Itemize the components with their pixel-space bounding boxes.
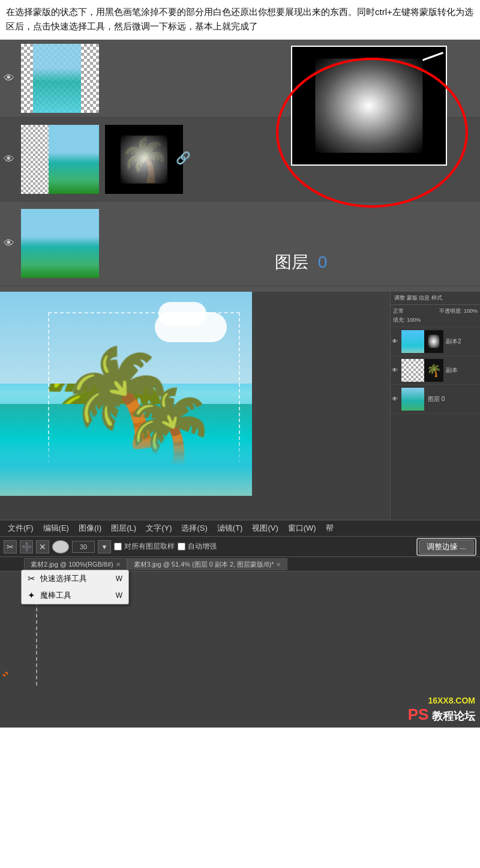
brush-size-input[interactable]: 30: [72, 541, 95, 553]
palm-canvas: 🌴 🌴: [0, 292, 252, 496]
tab2-close[interactable]: ✕: [276, 561, 281, 568]
mini-beach-thumb-3: [401, 388, 424, 411]
mini-mask-1: [424, 330, 443, 353]
panel-header: 调整 蒙版 信息 样式: [391, 292, 480, 305]
layer-eye-2[interactable]: 👁: [0, 153, 18, 166]
layer-row-3[interactable]: 👁: [0, 202, 480, 286]
mini-palm-thumb-1: [401, 330, 424, 353]
instruction-content: 在选择蒙版的状态下，用黑色画笔涂掉不要的部分用白色还原出你想要展现出来的东西。同…: [6, 7, 473, 31]
brush-size-dropdown[interactable]: ▼: [98, 540, 111, 553]
mini-layer-3[interactable]: 👁 图层 0: [391, 385, 480, 414]
ps-bottom-section: ↖ ✂ ⬛ 💉 🩹 🖌 📋 ⬜ ▣ ○ ✂ 快速选择工具 W ✦ 魔棒工: [0, 571, 480, 728]
mini-layer-1[interactable]: 👁 副本2: [391, 327, 480, 356]
auto-enhance-checkbox[interactable]: [178, 543, 185, 550]
mini-beach-thumb-2: [401, 359, 424, 382]
mini-layer-1-label: 副本2: [446, 337, 461, 346]
layer-thumb-full-beach: [21, 209, 99, 278]
tab1-close[interactable]: ✕: [116, 561, 121, 568]
watermark-brand: PS 教程论坛: [408, 705, 475, 724]
auto-enhance-text: 自动增强: [188, 541, 217, 552]
toolbar: ✂ ➕ ✕ 30 ▼ 对所有图层取样 自动增强 调整边缘 ...: [0, 537, 480, 557]
big-mask-display: 🌴: [291, 46, 447, 166]
opacity-label: 不透明度: 100%: [439, 307, 478, 315]
menu-layer[interactable]: 图层(L): [106, 522, 141, 535]
quick-select-item[interactable]: ✂ 快速选择工具 W: [22, 570, 128, 587]
layer-number: 0: [318, 253, 328, 271]
mini-mask-2: 🌴: [424, 359, 443, 382]
menu-file[interactable]: 文件(F): [3, 522, 38, 535]
quick-select-label: 快速选择工具: [40, 573, 87, 584]
tool-subtract-icon[interactable]: ✕: [36, 540, 49, 553]
selection-line: [36, 595, 37, 686]
tab-material2[interactable]: 素材2.jpg @ 100%(RGB/8#) ✕: [24, 558, 127, 570]
tool-add-icon[interactable]: ➕: [20, 540, 33, 553]
adjust-btn-wrapper: 调整边缘 ...: [416, 538, 476, 556]
menu-image[interactable]: 图像(I): [74, 522, 106, 535]
blend-mode-row[interactable]: 正常 不透明度: 100% 填充: 100%: [391, 305, 480, 327]
sample-all-text: 对所有图层取样: [124, 541, 175, 552]
brush-size-circle: [52, 540, 69, 553]
mini-layer-2-label: 副本: [446, 366, 458, 375]
blend-mode-label: 正常: [393, 307, 404, 315]
layer-thumb-beach: [21, 125, 99, 194]
layer-label-text: 图层: [275, 253, 308, 271]
link-icon: 🔗: [176, 151, 191, 165]
layer-mask-thumb: 🌴: [105, 125, 183, 194]
watermark: 16XX8.COM PS 教程论坛: [408, 696, 475, 724]
watermark-rest: 教程论坛: [432, 710, 475, 722]
menu-edit[interactable]: 编辑(E): [38, 522, 74, 535]
menu-view[interactable]: 视图(V): [247, 522, 283, 535]
magic-wand-key: W: [116, 591, 122, 600]
tab1-label: 素材2.jpg @ 100%(RGB/8#): [31, 560, 113, 569]
menu-select[interactable]: 选择(S): [176, 522, 212, 535]
tool-popup-wrapper: ✂ 快速选择工具 W ✦ 魔棒工具 W: [3, 672, 8, 677]
magic-wand-icon: ✦: [28, 590, 35, 601]
panel-header-text: 调整 蒙版 信息 样式: [394, 294, 442, 302]
quick-select-icon: ✂: [28, 573, 35, 584]
auto-enhance-label: 自动增强: [178, 541, 217, 552]
menu-help[interactable]: 帮: [321, 522, 338, 535]
layers-panel-section: 👁 👁 🌴 👁: [0, 40, 480, 292]
quick-select-key: W: [116, 574, 122, 583]
magic-wand-item[interactable]: ✦ 魔棒工具 W: [22, 587, 128, 604]
watermark-ps: PS: [408, 705, 429, 723]
tool-popup-border: ✂ 快速选择工具 W ✦ 魔棒工具 W: [3, 672, 8, 677]
layer-eye-3[interactable]: 👁: [0, 237, 18, 250]
magic-wand-label: 魔棒工具: [40, 590, 71, 601]
menubar: 文件(F) 编辑(E) 图像(I) 图层(L) 文字(Y) 选择(S) 滤镜(T…: [0, 520, 480, 537]
menu-filter[interactable]: 滤镜(T): [212, 522, 248, 535]
sample-all-checkbox[interactable]: [114, 543, 122, 550]
tab2-label: 素材3.jpg @ 51.4% (图层 0 副本 2, 图层蒙版/8)*: [134, 560, 274, 569]
menu-window[interactable]: 窗口(W): [283, 522, 321, 535]
layer-eye-1[interactable]: 👁: [0, 72, 18, 85]
tool-popup: ✂ 快速选择工具 W ✦ 魔棒工具 W: [21, 570, 129, 604]
mini-layer-3-label: 图层 0: [428, 395, 445, 403]
tool-brush-icon[interactable]: ✂: [4, 540, 17, 553]
sample-all-label: 对所有图层取样: [114, 541, 175, 552]
adjust-edges-button[interactable]: 调整边缘 ...: [419, 540, 474, 554]
instruction-text: 在选择蒙版的状态下，用黑色画笔涂掉不要的部分用白色还原出你想要展现出来的东西。同…: [0, 0, 480, 40]
layer-label: 图层 0: [270, 251, 327, 274]
watermark-url: 16XX8.COM: [408, 696, 475, 705]
tab-material3[interactable]: 素材3.jpg @ 51.4% (图层 0 副本 2, 图层蒙版/8)* ✕: [127, 558, 288, 570]
mini-layer-2[interactable]: 👁 🌴 副本: [391, 356, 480, 385]
layer-thumb-transparent: [21, 44, 99, 113]
ps-main-section: 🌴 🌴 调整 蒙版 信息 样式 正常 不透明度: 100% 填充: 100% 👁…: [0, 292, 480, 520]
menu-text[interactable]: 文字(Y): [141, 522, 176, 535]
fill-label: 填充: 100%: [393, 316, 421, 324]
ps-right-panel: 调整 蒙版 信息 样式 正常 不透明度: 100% 填充: 100% 👁 副本2…: [390, 292, 480, 520]
